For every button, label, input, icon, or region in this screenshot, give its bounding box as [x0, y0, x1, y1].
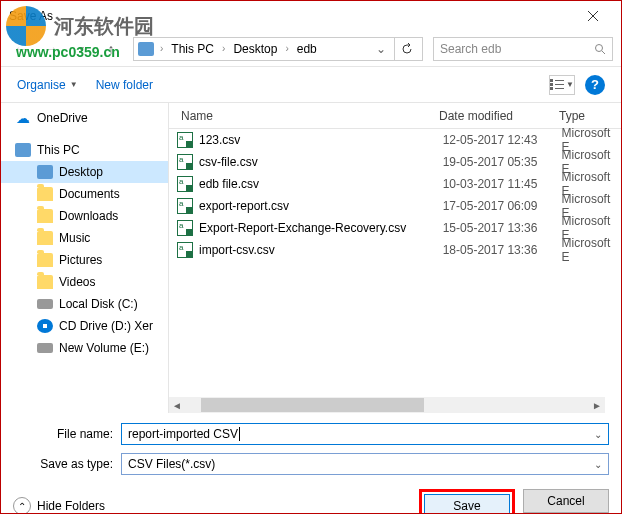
filename-input[interactable]: report-imported CSV ⌄ [121, 423, 609, 445]
save-as-type-select[interactable]: CSV Files(*.csv) ⌄ [121, 453, 609, 475]
sidebar-item-onedrive[interactable]: ☁ OneDrive [1, 107, 168, 129]
chevron-down-icon: ▼ [70, 80, 78, 89]
scroll-right-icon[interactable]: ► [589, 397, 605, 413]
csv-file-icon [177, 198, 193, 214]
sidebar-item-label: Videos [59, 275, 95, 289]
save-button-label: Save [453, 499, 480, 513]
scroll-left-icon[interactable]: ◄ [169, 397, 185, 413]
search-placeholder: Search edb [440, 42, 594, 56]
breadcrumb-root[interactable]: This PC [169, 42, 216, 56]
file-row[interactable]: 123.csv12-05-2017 12:43Microsoft E [169, 129, 621, 151]
file-date: 12-05-2017 12:43 [443, 133, 562, 147]
file-row[interactable]: Export-Report-Exchange-Recovery.csv15-05… [169, 217, 621, 239]
sidebar-item-local-disk-c[interactable]: Local Disk (C:) [1, 293, 168, 315]
sidebar-item-videos[interactable]: Videos [1, 271, 168, 293]
folder-icon [37, 231, 53, 245]
sidebar-item-pictures[interactable]: Pictures [1, 249, 168, 271]
nav-forward-button[interactable]: → [39, 37, 63, 61]
sidebar-item-desktop[interactable]: Desktop [1, 161, 168, 183]
file-row[interactable]: edb file.csv10-03-2017 11:45Microsoft E [169, 173, 621, 195]
search-icon [594, 43, 606, 55]
sidebar-item-this-pc[interactable]: This PC [1, 139, 168, 161]
toolbar: Organise ▼ New folder ▼ ? [1, 67, 621, 103]
file-list: Name Date modified Type 123.csv12-05-201… [169, 103, 621, 413]
new-folder-button[interactable]: New folder [96, 78, 153, 92]
chevron-down-icon: ▼ [566, 80, 574, 89]
save-button[interactable]: Save [424, 494, 510, 514]
svg-point-0 [596, 44, 603, 51]
scrollbar-track[interactable] [201, 398, 573, 412]
refresh-icon [401, 43, 413, 55]
chevron-right-icon: › [220, 43, 227, 54]
horizontal-scrollbar[interactable]: ◄ ► [169, 397, 605, 413]
folder-icon [37, 275, 53, 289]
nav-up-button[interactable]: ↑ [99, 37, 123, 61]
breadcrumb-item-0[interactable]: Desktop [231, 42, 279, 56]
chevron-right-icon: › [283, 43, 290, 54]
hide-folders-button[interactable]: ⌃ Hide Folders [13, 497, 105, 514]
scrollbar-thumb[interactable] [201, 398, 424, 412]
main-content: ☁ OneDrive This PC Desktop Documents Dow… [1, 103, 621, 413]
collapse-icon: ⌃ [13, 497, 31, 514]
file-name: csv-file.csv [199, 155, 443, 169]
sidebar-item-documents[interactable]: Documents [1, 183, 168, 205]
chevron-down-icon[interactable]: ⌄ [594, 429, 602, 440]
column-header-name[interactable]: Name [169, 109, 439, 123]
column-header-date[interactable]: Date modified [439, 109, 559, 123]
svg-rect-6 [555, 88, 564, 89]
file-row[interactable]: export-report.csv17-05-2017 06:09Microso… [169, 195, 621, 217]
csv-file-icon [177, 242, 193, 258]
close-button[interactable] [573, 2, 613, 30]
close-icon [588, 11, 598, 21]
file-type: Microsoft E [562, 236, 621, 264]
csv-file-icon [177, 220, 193, 236]
cancel-button[interactable]: Cancel [523, 489, 609, 513]
save-as-type-value: CSV Files(*.csv) [128, 457, 215, 471]
sidebar-item-label: OneDrive [37, 111, 88, 125]
file-name: 123.csv [199, 133, 443, 147]
file-name: import-csv.csv [199, 243, 443, 257]
refresh-button[interactable] [394, 37, 418, 61]
help-button[interactable]: ? [585, 75, 605, 95]
pc-icon [138, 42, 154, 56]
file-date: 10-03-2017 11:45 [443, 177, 562, 191]
csv-file-icon [177, 132, 193, 148]
breadcrumb-dropdown[interactable]: ⌄ [372, 42, 390, 56]
sidebar-item-cd-drive-d[interactable]: CD Drive (D:) Xer [1, 315, 168, 337]
file-row[interactable]: import-csv.csv18-05-2017 13:36Microsoft … [169, 239, 621, 261]
column-header-type[interactable]: Type [559, 109, 621, 123]
sidebar-item-label: Local Disk (C:) [59, 297, 138, 311]
pc-icon [15, 143, 31, 157]
organise-button[interactable]: Organise ▼ [17, 78, 78, 92]
view-options-button[interactable]: ▼ [549, 75, 575, 95]
breadcrumb-item-1[interactable]: edb [295, 42, 319, 56]
sidebar-item-new-volume-e[interactable]: New Volume (E:) [1, 337, 168, 359]
list-view-icon [550, 79, 564, 91]
save-as-type-label: Save as type: [13, 457, 121, 471]
folder-icon [37, 209, 53, 223]
sidebar-item-label: This PC [37, 143, 80, 157]
bottom-panel: File name: report-imported CSV ⌄ Save as… [1, 413, 621, 514]
search-input[interactable]: Search edb [433, 37, 613, 61]
sidebar-item-downloads[interactable]: Downloads [1, 205, 168, 227]
file-row[interactable]: csv-file.csv19-05-2017 05:35Microsoft E [169, 151, 621, 173]
filename-value: report-imported CSV [128, 427, 240, 441]
csv-file-icon [177, 176, 193, 192]
disk-icon [37, 299, 53, 309]
breadcrumb-bar[interactable]: › This PC › Desktop › edb ⌄ [133, 37, 423, 61]
sidebar-item-label: Desktop [59, 165, 103, 179]
file-date: 18-05-2017 13:36 [443, 243, 562, 257]
nav-recent-dropdown[interactable]: ▾ [69, 37, 93, 61]
svg-rect-4 [555, 84, 564, 85]
organise-label: Organise [17, 78, 66, 92]
chevron-down-icon[interactable]: ⌄ [594, 459, 602, 470]
annotation-highlight: Save [419, 489, 515, 514]
csv-file-icon [177, 154, 193, 170]
nav-back-button[interactable]: ← [9, 37, 33, 61]
file-name: export-report.csv [199, 199, 443, 213]
sidebar-item-label: Documents [59, 187, 120, 201]
cancel-button-label: Cancel [547, 494, 584, 508]
sidebar-item-label: Downloads [59, 209, 118, 223]
filename-label: File name: [13, 427, 121, 441]
sidebar-item-music[interactable]: Music [1, 227, 168, 249]
